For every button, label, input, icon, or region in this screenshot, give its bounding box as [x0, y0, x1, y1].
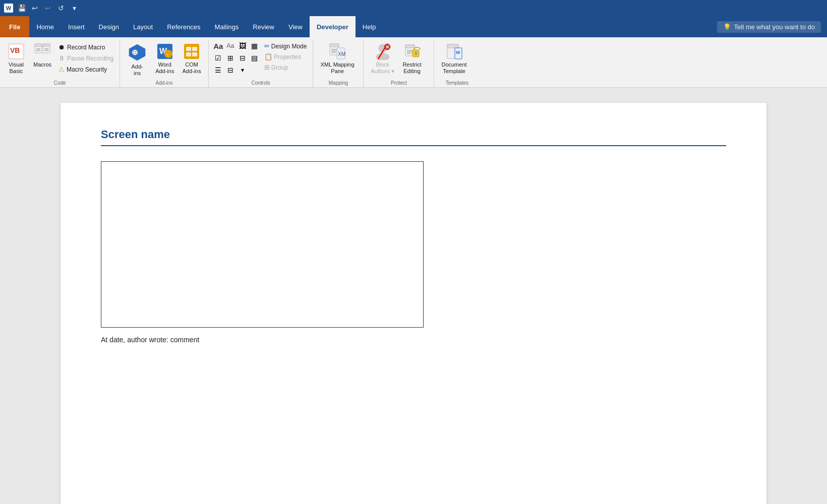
group-button[interactable]: ⊞ Group [262, 62, 309, 72]
control-grid3[interactable]: ▤ [249, 52, 260, 64]
control-aa-large[interactable]: Aa [213, 40, 224, 51]
menu-item-insert[interactable]: Insert [61, 16, 92, 37]
control-aa-small[interactable]: Aa [225, 40, 236, 51]
ribbon: VB VisualBasic [0, 37, 827, 88]
controls-group-label: Controls [213, 79, 309, 87]
control-grid[interactable]: ⊞ [225, 52, 236, 64]
ribbon-group-templates: W DocumentTemplate Templates [434, 39, 480, 87]
text-content-box[interactable] [101, 161, 424, 328]
menu-item-view[interactable]: View [281, 16, 310, 37]
record-icon: ⏺ [58, 43, 65, 51]
protect-group-label: Protect [368, 79, 430, 87]
menu-item-review[interactable]: Review [246, 16, 281, 37]
svg-point-40 [415, 52, 417, 54]
document-comment: At date, author wrote: comment [101, 336, 726, 344]
menu-item-mailings[interactable]: Mailings [208, 16, 246, 37]
menu-item-developer[interactable]: Developer [310, 16, 356, 37]
svg-rect-20 [186, 52, 191, 56]
code-group-label: Code [4, 79, 115, 87]
svg-text:VB: VB [10, 46, 20, 54]
restrict-editing-button[interactable]: RestrictEditing [399, 40, 424, 77]
document-title: Screen name [101, 128, 726, 146]
document-page: Screen name At date, author wrote: comme… [61, 103, 766, 504]
group-icon: ⊞ [264, 64, 270, 71]
app-icon: W [4, 4, 13, 13]
svg-text:✕: ✕ [385, 44, 389, 50]
xml-mapping-button[interactable]: XML XML MappingPane [317, 40, 357, 77]
control-checkbox[interactable]: ☑ [213, 52, 224, 64]
control-image[interactable]: 🖼 [237, 40, 248, 51]
undo-disabled-button[interactable]: ↩ [43, 4, 52, 13]
redo-button[interactable]: ↺ [56, 4, 66, 13]
svg-text:+: + [166, 52, 169, 57]
svg-rect-18 [186, 47, 191, 51]
menu-item-design[interactable]: Design [92, 16, 126, 37]
undo-button[interactable]: ↩ [30, 4, 39, 13]
document-template-button[interactable]: W DocumentTemplate [438, 40, 469, 77]
tell-me-input[interactable]: 💡 Tell me what you want to do [717, 21, 821, 33]
svg-rect-6 [43, 44, 50, 46]
document-body: Screen name At date, author wrote: comme… [0, 88, 827, 504]
design-mode-button[interactable]: ✏ Design Mode [262, 41, 309, 51]
block-authors-button[interactable]: ✕ BlockAuthors ▾ [368, 40, 397, 77]
macros-button[interactable]: Macros [30, 40, 54, 70]
svg-rect-23 [330, 44, 339, 47]
mapping-group-label: Mapping [317, 79, 359, 87]
word-add-ins-button[interactable]: W + WordAdd-ins [152, 40, 177, 77]
ribbon-group-mapping: XML XML MappingPane Mapping [313, 39, 364, 87]
addins-group-label: Add-ins [124, 79, 204, 87]
svg-text:⊕: ⊕ [132, 48, 138, 56]
svg-rect-4 [35, 44, 42, 46]
menu-item-layout[interactable]: Layout [126, 16, 160, 37]
templates-group-label: Templates [438, 79, 476, 87]
ribbon-group-code: VB VisualBasic [0, 39, 120, 87]
svg-rect-17 [184, 44, 199, 59]
design-mode-icon: ✏ [264, 42, 270, 50]
macro-security-button[interactable]: ⚠ Macro Security [56, 65, 115, 74]
add-ins-button[interactable]: ⊕ Add-ins [124, 40, 150, 79]
menu-item-references[interactable]: References [160, 16, 207, 37]
menu-item-help[interactable]: Help [356, 16, 383, 37]
control-grid2[interactable]: ⊟ [237, 52, 248, 64]
menu-bar-right: 💡 Tell me what you want to do [717, 16, 827, 37]
ribbon-group-addins: ⊕ Add-ins W + WordAdd-ins [120, 39, 209, 87]
control-combo[interactable]: ⊟ [225, 65, 236, 76]
warning-icon: ⚠ [58, 66, 65, 73]
menu-bar: File Home Insert Design Layout Reference… [0, 16, 827, 37]
pause-recording-button[interactable]: ⏸ Pause Recording [56, 53, 115, 63]
svg-rect-35 [405, 45, 415, 48]
menu-item-file[interactable]: File [0, 16, 29, 37]
save-button[interactable]: 💾 [17, 4, 26, 13]
title-bar: W 💾 ↩ ↩ ↺ ▾ [0, 0, 827, 16]
svg-rect-43 [447, 44, 458, 48]
svg-text:W: W [456, 50, 460, 55]
properties-icon: 📋 [264, 53, 272, 60]
menu-item-home[interactable]: Home [29, 16, 61, 37]
ribbon-group-protect: ✕ BlockAuthors ▾ [364, 39, 434, 87]
tell-me-label: Tell me what you want to do [734, 23, 815, 31]
control-list[interactable]: ☰ [213, 65, 224, 76]
svg-text:XML: XML [338, 51, 346, 57]
properties-button[interactable]: 📋 Properties [262, 52, 309, 61]
com-add-ins-button[interactable]: COMAdd-ins [179, 40, 204, 77]
svg-point-30 [376, 53, 389, 60]
svg-rect-21 [192, 52, 197, 56]
pause-icon: ⏸ [58, 54, 65, 62]
ribbon-group-controls: Aa Aa 🖼 ▦ ☑ ⊞ ⊟ ▤ ☰ ⊟ ▾ [209, 39, 314, 87]
control-more[interactable]: ▾ [237, 65, 248, 76]
control-table[interactable]: ▦ [249, 40, 260, 51]
quick-access-dropdown[interactable]: ▾ [70, 4, 79, 13]
record-macro-button[interactable]: ⏺ Record Macro [56, 42, 115, 52]
lightbulb-icon: 💡 [723, 23, 731, 31]
visual-basic-button[interactable]: VB VisualBasic [4, 40, 28, 77]
svg-rect-19 [192, 47, 197, 51]
